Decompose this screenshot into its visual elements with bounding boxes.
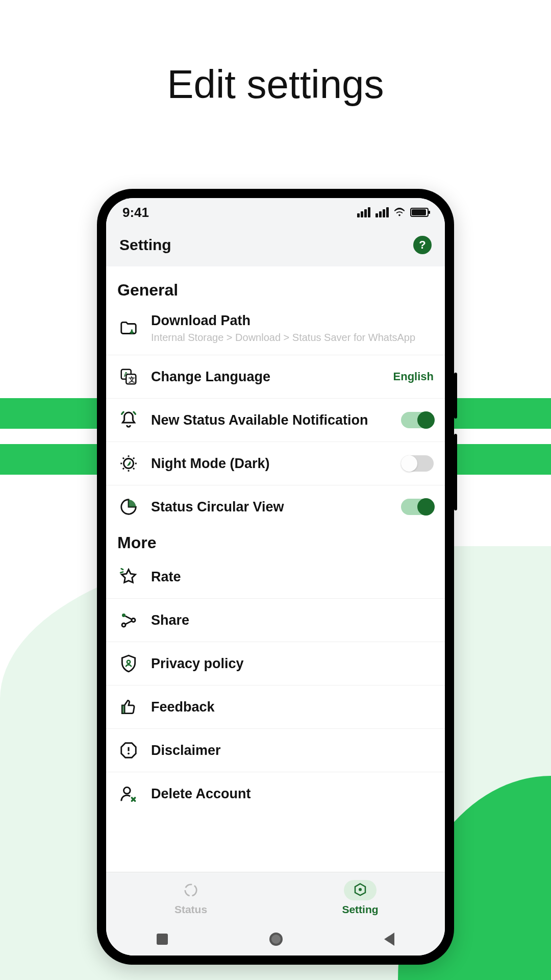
circular-view-row[interactable]: Status Circular View	[106, 485, 445, 528]
translate-icon: A文	[117, 365, 140, 388]
status-bar: 9:41	[106, 198, 445, 227]
row-label: Disclaimer	[151, 743, 434, 758]
battery-icon	[410, 208, 429, 217]
svg-point-14	[122, 614, 126, 617]
phone-screen: 9:41 Setting ? General	[106, 198, 445, 955]
svg-point-23	[185, 884, 197, 896]
section-title-general: General	[106, 281, 445, 303]
phone-side-button	[454, 373, 457, 419]
svg-line-12	[133, 458, 134, 459]
bottom-tab-bar: Status Setting	[106, 872, 445, 923]
row-label: Privacy policy	[151, 656, 434, 672]
night-mode-row[interactable]: Night Mode (Dark)	[106, 442, 445, 485]
nav-home-icon[interactable]	[269, 933, 283, 946]
svg-point-21	[128, 752, 130, 754]
row-label: New Status Available Notification	[151, 412, 390, 428]
nav-back-icon[interactable]	[384, 933, 394, 946]
section-title-more: More	[106, 533, 445, 555]
svg-point-24	[359, 888, 362, 891]
warning-octagon-icon	[117, 739, 140, 762]
disclaimer-row[interactable]: Disclaimer	[106, 729, 445, 772]
svg-line-17	[126, 621, 132, 624]
screen-title: Setting	[119, 236, 171, 254]
tab-label: Setting	[342, 903, 378, 916]
row-label: Download Path	[151, 313, 434, 329]
signal-icon	[357, 207, 370, 217]
help-button[interactable]: ?	[413, 236, 432, 254]
row-label: Share	[151, 612, 434, 628]
svg-line-16	[126, 616, 132, 619]
circular-view-toggle[interactable]	[401, 499, 434, 515]
pie-chart-icon	[117, 496, 140, 518]
star-icon	[117, 566, 140, 588]
download-path-row[interactable]: Download Path Internal Storage > Downloa…	[106, 303, 445, 355]
bell-alert-icon	[117, 409, 140, 431]
row-label: Delete Account	[151, 786, 434, 802]
status-ring-icon	[183, 883, 198, 898]
feedback-row[interactable]: Feedback	[106, 685, 445, 729]
phone-side-button	[454, 434, 457, 510]
settings-content[interactable]: General Download Path Internal Storage >…	[106, 266, 445, 872]
tab-label: Status	[174, 903, 207, 916]
app-header: Setting ?	[106, 227, 445, 266]
svg-rect-19	[122, 705, 124, 714]
svg-line-9	[123, 458, 124, 459]
row-label: Night Mode (Dark)	[151, 456, 390, 472]
notification-row[interactable]: New Status Available Notification	[106, 399, 445, 442]
delete-account-row[interactable]: Delete Account	[106, 772, 445, 815]
rate-row[interactable]: Rate	[106, 555, 445, 599]
change-language-row[interactable]: A文 Change Language English	[106, 355, 445, 399]
clock: 9:41	[122, 205, 149, 220]
wifi-icon	[394, 207, 405, 218]
row-label: Feedback	[151, 699, 434, 715]
row-label: Status Circular View	[151, 499, 390, 515]
svg-line-11	[123, 468, 124, 469]
privacy-row[interactable]: Privacy policy	[106, 642, 445, 685]
folder-download-icon	[117, 317, 140, 340]
svg-text:文: 文	[128, 376, 135, 383]
svg-line-10	[133, 468, 134, 469]
night-mode-toggle[interactable]	[401, 455, 434, 472]
thumbs-up-icon	[117, 696, 140, 718]
settings-hex-icon	[353, 883, 368, 898]
android-nav-bar	[106, 923, 445, 955]
row-label: Change Language	[151, 369, 382, 385]
svg-point-22	[124, 787, 131, 794]
shield-user-icon	[117, 652, 140, 675]
share-row[interactable]: Share	[106, 599, 445, 642]
svg-point-18	[127, 660, 130, 664]
phone-frame: 9:41 Setting ? General	[97, 189, 454, 965]
notification-toggle[interactable]	[401, 412, 434, 428]
user-delete-icon	[117, 782, 140, 805]
language-value: English	[393, 370, 434, 383]
svg-point-13	[122, 623, 126, 627]
svg-point-15	[132, 619, 135, 622]
page-title: Edit settings	[0, 61, 551, 108]
tab-setting[interactable]: Setting	[276, 872, 445, 923]
night-mode-icon	[117, 452, 140, 475]
signal-icon	[375, 207, 389, 217]
nav-recent-icon[interactable]	[157, 934, 168, 945]
share-icon	[117, 609, 140, 631]
row-label: Rate	[151, 569, 434, 585]
question-mark-icon: ?	[419, 238, 425, 252]
status-indicators	[357, 207, 429, 218]
tab-status[interactable]: Status	[106, 872, 276, 923]
row-subtitle: Internal Storage > Download > Status Sav…	[151, 331, 434, 345]
